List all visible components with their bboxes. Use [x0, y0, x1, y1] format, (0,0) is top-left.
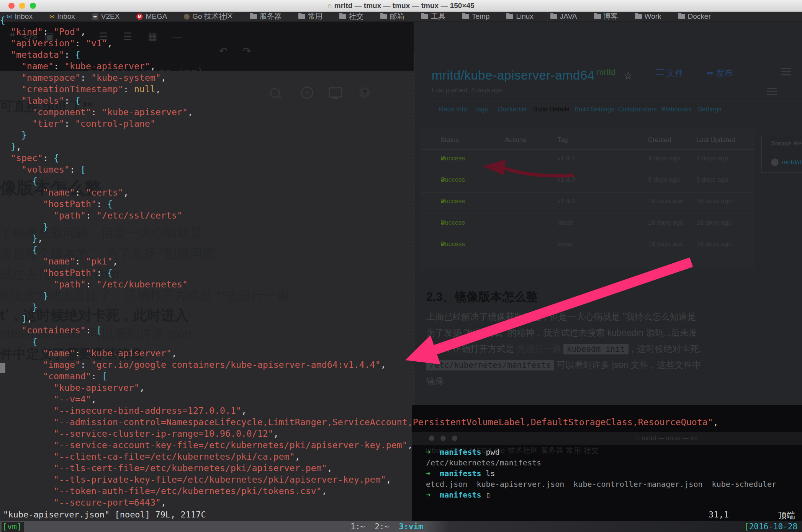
bookmark-item[interactable]: Go 技术社区	[184, 11, 233, 21]
folder-icon	[380, 14, 387, 19]
column-header: Tag	[557, 136, 568, 144]
bookmark-item[interactable]: Work	[635, 12, 661, 21]
vim-line: {	[0, 337, 38, 347]
publish-button: ➦ 发布	[707, 67, 733, 79]
bookmark-item[interactable]: 服务器	[250, 11, 282, 21]
bookmark-item[interactable]: MMEGA	[136, 12, 167, 21]
toolbar-ghost-icon: ▦	[148, 31, 157, 42]
vim-line: "name": "certs",	[0, 188, 129, 197]
folder-icon	[462, 14, 469, 19]
vim-line: {	[0, 245, 38, 255]
vim-message-line: "kube-apiserver.json" [noeol] 79L, 2117C	[3, 510, 206, 519]
window-titlebar: ⌂mritd — tmux — tmux — tmux — 150×45	[0, 0, 802, 12]
bookmark-item[interactable]: 邮箱	[380, 11, 404, 21]
vim-line: ],	[0, 314, 32, 324]
source-repo-label: Source Rep	[762, 135, 802, 152]
toolbar-ghost-icon: ↷	[243, 45, 251, 57]
source-repository-box: Source Rep mritd/do	[761, 135, 802, 173]
vim-line: "--tls-cert-file=/etc/kubernetes/pki/api…	[0, 463, 332, 473]
tab-settings: Settings	[698, 106, 721, 113]
tab-repo-info: Repo Info	[439, 106, 467, 113]
tab-collaborators: Collaborators	[618, 106, 657, 113]
mini-minimize-icon	[440, 436, 446, 441]
tmux-status-bar: [vm] 1:~ 2:~ 3:vim [2016-10-28	[0, 521, 802, 532]
home-icon: ⌂	[327, 2, 332, 10]
toolbar-ghost-icon: —	[172, 31, 182, 42]
tmux-window-3:vim[interactable]: 3:vim	[399, 522, 428, 531]
window-title: ⌂mritd — tmux — tmux — tmux — 150×45	[0, 2, 802, 10]
bookmark-item[interactable]: Linux	[506, 12, 533, 21]
divider	[432, 101, 802, 101]
monitor-icon	[329, 87, 342, 98]
menu-icon	[781, 68, 791, 77]
bookmark-item[interactable]: Docker	[678, 12, 711, 21]
folder-icon	[298, 14, 305, 19]
paragraph-line: /etc/kubernetes/manifests 可以看到许多 json 文件…	[426, 359, 701, 371]
vim-line: "--service-account-key-file=/etc/kuberne…	[0, 440, 413, 450]
vim-line: "namespace": "kube-system",	[0, 73, 166, 83]
vim-line: }	[0, 302, 38, 312]
bookmark-item[interactable]: Temp	[462, 12, 489, 21]
row-separator	[421, 192, 755, 193]
tmux-window-2:~[interactable]: 2:~	[375, 522, 399, 531]
star-icon: ☆	[624, 70, 633, 82]
vim-line: "--token-auth-file=/etc/kubernetes/pki/t…	[0, 486, 327, 496]
document-icon: ▤	[656, 68, 666, 78]
list-view-icon	[767, 88, 777, 97]
bookmark-item[interactable]: JAVA	[550, 12, 577, 21]
tab-tags: Tags	[474, 106, 488, 113]
paragraph-line: 镜像	[426, 375, 444, 387]
shell-line: ➜ manifests pwd	[426, 447, 500, 457]
column-header: Last Updated	[696, 136, 735, 144]
bookmark-item[interactable]: 社交	[339, 11, 363, 21]
shell-line: etcd.json kube-apiserver.json kube-contr…	[426, 480, 776, 489]
folder-icon	[421, 14, 428, 19]
vim-line: "hostPath": {	[0, 199, 113, 209]
bookmarks-bar: ✉Inbox✉Inbox➥V2EXMMEGAGo 技术社区服务器常用社交邮箱工具…	[0, 11, 802, 22]
screenshot-root: ❝</>▣☰☰▦—↶↷ ∧ ? mritd ▤ 文件 ➦ 发布 markdown…	[0, 0, 802, 532]
folder-icon	[678, 14, 685, 19]
vim-line: "--v=4",	[0, 394, 97, 404]
bookmark-item[interactable]: ➥V2EX	[92, 12, 120, 21]
mini-window-title: ⌂ mritd — tmux — tm	[636, 434, 697, 442]
bookmark-item[interactable]: 工具	[421, 11, 445, 21]
favicon-icon: ✉	[7, 13, 12, 20]
paragraph-line: 为了发扬 "刨根问底" 的精神，我尝试过去搜索 kubeadm 源码...后来发	[426, 327, 697, 339]
source-repo-link: mritd/do	[762, 152, 802, 172]
bookmark-item[interactable]: 博客	[594, 11, 618, 21]
mini-close-icon	[429, 436, 434, 441]
shell-line: ➜ manifests ls	[426, 469, 495, 478]
toolbar-ghost-icon: ↶	[219, 45, 228, 57]
vim-line: "--client-ca-file=/etc/kubernetes/pki/ca…	[0, 452, 300, 462]
tmux-window-list[interactable]: 1:~ 2:~ 3:vim	[350, 522, 428, 531]
folder-icon	[339, 14, 346, 19]
vim-line: "containers": [	[0, 325, 102, 335]
vim-line: "volumes": [	[0, 165, 86, 175]
row-separator	[421, 235, 755, 235]
row-separator	[421, 171, 755, 171]
github-icon	[771, 158, 779, 166]
vim-line: {	[0, 15, 5, 25]
bookmark-item[interactable]: ✉Inbox	[7, 12, 33, 21]
vim-line: "name": "kube-apiserver",	[0, 348, 177, 358]
bookmark-item[interactable]: 常用	[298, 11, 322, 21]
folder-icon	[506, 14, 513, 19]
vim-line: "labels": {	[0, 96, 80, 106]
vim-line: "kube-apiserver",	[0, 383, 145, 393]
vim-line: }	[0, 222, 48, 232]
vim-line: "--secure-port=6443",	[0, 498, 166, 508]
paragraph-line: 上面已经解决了镜像获取问题，但是一大心病就是 "我特么怎么知道是	[426, 311, 696, 323]
vim-line: "name": "pki",	[0, 256, 118, 266]
vim-line: }	[0, 130, 27, 140]
vim-line: "kind": "Pod",	[0, 27, 86, 37]
tmux-window-1:~[interactable]: 1:~	[350, 522, 375, 531]
vim-line: "apiVersion": "v1",	[0, 38, 113, 48]
vim-ruler-position: 31,1	[709, 510, 729, 519]
paragraph-line: 比了，正确打开方式是 先进行一遍 kubeadm init，这时候绝对卡死,	[426, 343, 701, 355]
vim-line: "--service-cluster-ip-range=10.96.0.0/12…	[0, 429, 279, 439]
vim-line: "hostPath": {	[0, 268, 113, 278]
tab-webhooks: Webhooks	[661, 106, 692, 113]
vim-line: "creationTimestamp": null,	[0, 84, 161, 94]
favicon-icon: M	[136, 13, 143, 20]
bookmark-item[interactable]: ✉Inbox	[49, 12, 75, 21]
